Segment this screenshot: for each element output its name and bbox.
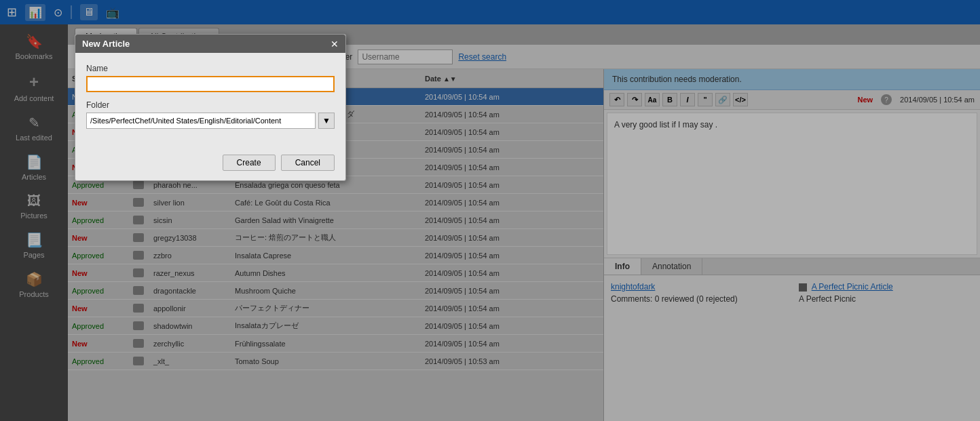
- name-label: Name: [86, 64, 335, 73]
- folder-dropdown-button[interactable]: ▼: [318, 113, 335, 129]
- modal-footer: Create Cancel: [75, 148, 345, 180]
- new-article-modal: New Article ✕ Name Folder ▼ Create Cance…: [75, 34, 346, 181]
- modal-header: New Article ✕: [75, 35, 345, 53]
- folder-input[interactable]: [86, 113, 316, 129]
- modal-body: Name Folder ▼: [75, 53, 345, 148]
- folder-field: Folder ▼: [86, 100, 335, 129]
- modal-close-button[interactable]: ✕: [331, 39, 339, 49]
- folder-label: Folder: [86, 100, 335, 110]
- name-field: Name: [86, 64, 335, 92]
- create-button[interactable]: Create: [223, 155, 276, 171]
- cancel-button[interactable]: Cancel: [281, 155, 335, 171]
- modal-title: New Article: [82, 39, 130, 49]
- folder-row: ▼: [86, 113, 335, 129]
- name-input[interactable]: [86, 76, 335, 92]
- modal-overlay: New Article ✕ Name Folder ▼ Create Cance…: [0, 0, 980, 421]
